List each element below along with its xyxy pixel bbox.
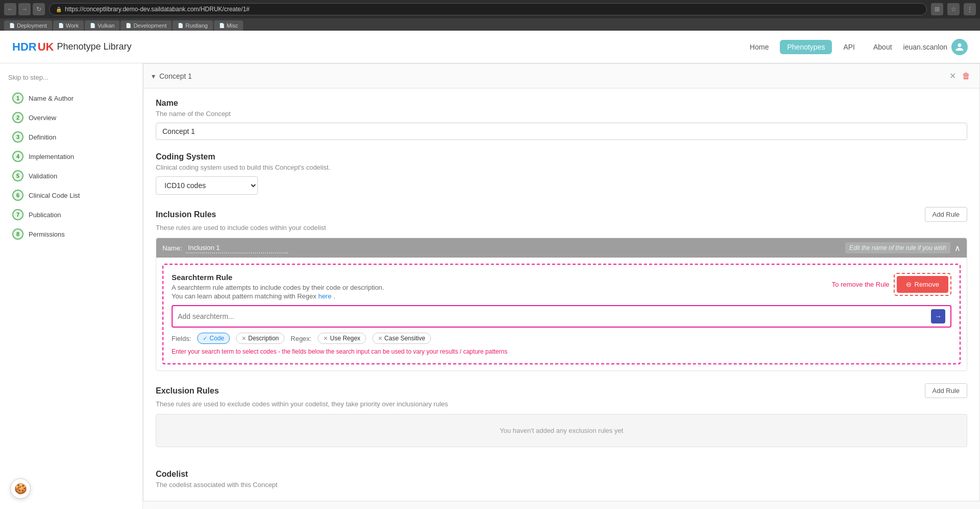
browser-toolbar: ← → ↻ 🔒 https://conceptlibrary.demo-dev.… xyxy=(0,0,980,18)
logo-hdr: HDR xyxy=(12,40,37,54)
main-layout: Skip to step... 1 Name & Author 2 Overvi… xyxy=(0,63,980,509)
link-suffix: . xyxy=(333,292,336,300)
searchterm-header: Searchterm Rule A searchterm rule attemp… xyxy=(172,273,951,301)
step-number-3: 3 xyxy=(12,131,23,143)
inclusion-rules-header: Inclusion Rules Add Rule xyxy=(156,207,967,222)
tab-rustlang[interactable]: 📄 Rustlang xyxy=(173,20,212,31)
step-label-3: Definition xyxy=(29,133,56,141)
nav-home[interactable]: Home xyxy=(743,40,776,54)
sidebar-step-5[interactable]: 5 Validation xyxy=(8,167,134,184)
regex-link[interactable]: here xyxy=(318,292,331,300)
field-chip-description[interactable]: ✕ Description xyxy=(236,333,284,344)
codelist-title: Codelist xyxy=(156,470,967,479)
step-label-2: Overview xyxy=(29,114,56,122)
link-prefix: You can learn about pattern matching wit… xyxy=(172,292,318,300)
sidebar-step-1[interactable]: 1 Name & Author xyxy=(8,89,134,107)
address-bar[interactable]: 🔒 https://conceptlibrary.demo-dev.sailda… xyxy=(49,3,927,15)
concept-name-input[interactable] xyxy=(156,123,967,140)
sidebar-step-3[interactable]: 3 Definition xyxy=(8,128,134,146)
user-section[interactable]: ieuan.scanlon xyxy=(903,39,968,55)
searchterm-input[interactable] xyxy=(178,312,931,320)
field-use-regex-label: Use Regex xyxy=(330,335,360,342)
x-icon-regex: ✕ xyxy=(323,335,328,342)
remove-rule-button[interactable]: ⊖ Remove xyxy=(897,276,948,293)
user-name: ieuan.scanlon xyxy=(903,43,947,51)
searchterm-desc-1: A searchterm rule attempts to include co… xyxy=(172,284,832,291)
remove-icon: ⊖ xyxy=(906,281,912,288)
nav-about[interactable]: About xyxy=(866,40,899,54)
nav-api[interactable]: API xyxy=(836,40,862,54)
tab-development[interactable]: 📄 Development xyxy=(121,20,172,31)
sidebar-step-8[interactable]: 8 Permissions xyxy=(8,225,134,243)
fields-row: Fields: ✓ Code ✕ Description xyxy=(172,333,951,344)
name-section: Name The name of the Concept Coding Syst… xyxy=(144,88,979,470)
concept-header[interactable]: ▾ Concept 1 ✕ 🗑 xyxy=(144,64,979,88)
remove-label: Remove xyxy=(915,281,939,288)
logo-uk: UK xyxy=(38,40,54,54)
reload-button[interactable]: ↻ xyxy=(33,3,45,15)
search-go-button[interactable]: → xyxy=(931,309,945,323)
rule-name-input[interactable] xyxy=(186,243,288,253)
sidebar-step-6[interactable]: 6 Clinical Code List xyxy=(8,187,134,204)
back-button[interactable]: ← xyxy=(4,3,16,15)
step-number-7: 7 xyxy=(12,209,23,220)
field-code-label: Code xyxy=(209,335,224,342)
rule-collapse-button[interactable]: ∧ xyxy=(954,243,961,253)
browser-chrome: ← → ↻ 🔒 https://conceptlibrary.demo-dev.… xyxy=(0,0,980,31)
step-number-8: 8 xyxy=(12,228,23,240)
tab-icon-rustlang: 📄 xyxy=(178,23,183,28)
regex-label: Regex: xyxy=(291,335,312,342)
sidebar-steps: 1 Name & Author 2 Overview 3 Definition … xyxy=(8,89,134,243)
sidebar-step-4[interactable]: 4 Implementation xyxy=(8,148,134,165)
tab-work[interactable]: 📄 Work xyxy=(53,20,84,31)
sidebar-step-7[interactable]: 7 Publication xyxy=(8,206,134,223)
field-chip-case-sensitive[interactable]: ✕ Case Sensitive xyxy=(372,333,431,344)
searchterm-desc-2: You can learn about pattern matching wit… xyxy=(172,292,832,300)
step-label-1: Name & Author xyxy=(29,95,74,102)
step-number-4: 4 xyxy=(12,151,23,162)
remove-section: To remove the Rule ⊖ Remove xyxy=(832,273,951,296)
name-field-group: Name The name of the Concept xyxy=(156,99,967,140)
tab-icon-vulkan: 📄 xyxy=(90,23,95,28)
add-inclusion-rule-button[interactable]: Add Rule xyxy=(925,207,967,222)
step-number-5: 5 xyxy=(12,170,23,181)
sidebar-step-2[interactable]: 2 Overview xyxy=(8,109,134,126)
logo-text: Phenotype Library xyxy=(57,41,131,52)
star-button[interactable]: ☆ xyxy=(947,3,960,15)
field-chip-code[interactable]: ✓ Code xyxy=(197,333,230,344)
cookie-button[interactable]: 🍪 xyxy=(10,478,31,499)
step-number-1: 1 xyxy=(12,92,23,104)
rule-header-right: Edit the name of the rule if you wish ∧ xyxy=(845,242,961,253)
menu-button[interactable]: ⋮ xyxy=(964,3,976,15)
inclusion-rules-section: Inclusion Rules Add Rule These rules are… xyxy=(156,207,967,371)
concept-delete-button[interactable]: 🗑 xyxy=(961,70,971,82)
concept-clear-button[interactable]: ✕ xyxy=(948,70,957,82)
concept-title: Concept 1 xyxy=(159,72,192,80)
add-exclusion-rule-button[interactable]: Add Rule xyxy=(925,383,967,398)
coding-system-select[interactable]: ICD10 codes SNOMED CT Read codes v2 Read… xyxy=(156,176,258,195)
step-label-4: Implementation xyxy=(29,153,74,160)
tab-vulkan[interactable]: 📄 Vulkan xyxy=(85,20,119,31)
tab-misc[interactable]: 📄 Misc xyxy=(214,20,244,31)
field-chip-use-regex[interactable]: ✕ Use Regex xyxy=(318,333,366,344)
concept-header-actions: ✕ 🗑 xyxy=(948,70,971,82)
coding-system-label: Coding System xyxy=(156,152,967,161)
sidebar: Skip to step... 1 Name & Author 2 Overvi… xyxy=(0,63,143,509)
step-label-7: Publication xyxy=(29,211,61,219)
step-label-8: Permissions xyxy=(29,230,65,238)
exclusion-rules-desc: These rules are used to exclude codes wi… xyxy=(156,400,967,408)
nav-phenotypes[interactable]: Phenotypes xyxy=(780,40,832,54)
inclusion-rule-item: Name: Edit the name of the rule if you w… xyxy=(156,238,967,371)
chevron-down-icon: ▾ xyxy=(152,72,155,80)
nav: Home Phenotypes API About ieuan.scanlon xyxy=(743,39,968,55)
name-label: Name xyxy=(156,99,967,108)
tab-label-deployment: Deployment xyxy=(17,22,47,29)
searchterm-title: Searchterm Rule xyxy=(172,273,832,282)
codelist-desc: The codelist associated with this Concep… xyxy=(156,481,967,489)
tab-icon-work: 📄 xyxy=(58,23,64,28)
extensions-button[interactable]: ⊞ xyxy=(931,3,943,15)
tab-deployment[interactable]: 📄 Deployment xyxy=(4,20,52,31)
remove-btn-wrapper: ⊖ Remove xyxy=(894,273,951,296)
rule-name-label: Name: xyxy=(162,244,182,252)
forward-button[interactable]: → xyxy=(18,3,31,15)
